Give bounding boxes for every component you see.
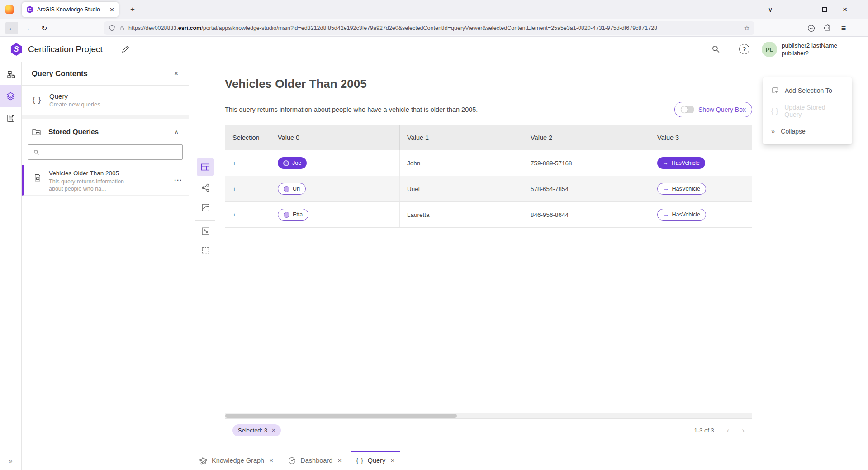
user-avatar[interactable]: PL <box>762 42 777 57</box>
new-tab-button[interactable]: + <box>127 4 138 15</box>
column-header-value0[interactable]: Value 0 <box>270 125 400 150</box>
arrow-right-icon: → <box>663 211 669 218</box>
entity-pill[interactable]: Uri <box>278 183 306 195</box>
panel-close-icon[interactable]: ✕ <box>174 70 179 77</box>
stored-query-item[interactable]: Vehicles Older Than 2005 This query retu… <box>22 165 189 196</box>
map-icon <box>201 203 210 212</box>
cell-value2: 759-889-57168 <box>523 150 650 176</box>
relationship-pill[interactable]: →HasVehicle <box>657 157 705 169</box>
data-model-button[interactable] <box>0 64 21 86</box>
extensions-puzzle-icon[interactable] <box>821 22 833 34</box>
reload-button[interactable]: ↻ <box>38 22 51 34</box>
contents-layers-button[interactable] <box>0 85 21 107</box>
table-row[interactable]: + − Joe John 759-889-57168 →HasVehicle <box>225 150 752 176</box>
lock-icon[interactable] <box>119 25 125 31</box>
add-to-selection-icon[interactable]: + <box>232 160 236 167</box>
tab-dashboard[interactable]: Dashboard ✕ <box>280 451 349 470</box>
stored-queries-header[interactable]: Stored Queries ∧ <box>22 122 189 141</box>
restore-button[interactable] <box>814 0 835 19</box>
remove-from-selection-icon[interactable]: − <box>242 211 246 218</box>
chevron-up-icon[interactable]: ∧ <box>174 129 179 135</box>
map-view-button[interactable] <box>197 199 214 216</box>
firefox-icon[interactable] <box>5 5 14 14</box>
tab-knowledge-graph[interactable]: Knowledge Graph ✕ <box>192 451 280 470</box>
menu-item-update-stored-query[interactable]: { } Update Stored Query <box>763 102 852 120</box>
help-button[interactable]: ? <box>739 44 749 54</box>
toggle-switch[interactable] <box>681 106 694 113</box>
next-page-icon[interactable]: › <box>742 426 745 435</box>
query-title: Vehicles Older Than 2005 <box>225 77 752 91</box>
browser-tab-title: ArcGIS Knowledge Studio <box>37 6 106 13</box>
add-selection-icon <box>771 86 779 94</box>
panel-header: Query Contents ✕ <box>22 62 189 86</box>
entity-pill[interactable]: Joe <box>278 157 307 169</box>
selected-count-chip[interactable]: Selected: 3 ✕ <box>232 424 281 436</box>
more-options-icon[interactable]: ··· <box>174 176 182 195</box>
url-prefix: https://dev0028833. <box>128 25 178 31</box>
column-header-value2[interactable]: Value 2 <box>523 125 650 150</box>
remove-from-selection-icon[interactable]: − <box>242 186 246 192</box>
menu-item-add-selection-to[interactable]: Add Selection To <box>763 82 852 100</box>
tab-query[interactable]: { } Query ✕ <box>349 451 402 470</box>
pocket-icon[interactable] <box>805 22 817 34</box>
relationship-pill[interactable]: →HasVehicle <box>657 183 706 195</box>
previous-page-icon[interactable]: ‹ <box>727 426 730 435</box>
column-header-selection[interactable]: Selection <box>225 125 270 150</box>
braces-icon: { } <box>356 457 363 464</box>
expand-rail-button[interactable]: » <box>0 457 21 465</box>
scrollbar-thumb[interactable] <box>225 414 457 418</box>
relationship-pill[interactable]: →HasVehicle <box>657 209 706 221</box>
menu-item-collapse[interactable]: » Collapse <box>763 122 852 140</box>
tab-label: Knowledge Graph <box>212 457 264 464</box>
table-row[interactable]: + − Uri Uriel 578-654-7854 →HasVehicle <box>225 176 752 202</box>
left-icon-rail: » <box>0 62 22 470</box>
entity-pill[interactable]: Etta <box>278 209 308 221</box>
table-footer: Selected: 3 ✕ 1-3 of 3 ‹ › <box>225 418 752 442</box>
stored-queries-search[interactable] <box>28 144 183 160</box>
table-row[interactable]: + − Etta Lauretta 846-956-8644 →HasVehic… <box>225 202 752 228</box>
browser-tab[interactable]: G ArcGIS Knowledge Studio ✕ <box>22 2 119 17</box>
remove-from-selection-icon[interactable]: − <box>242 160 246 167</box>
selection-tool-button[interactable] <box>197 242 214 259</box>
braces-icon: { } <box>771 107 778 115</box>
entity-dot-icon <box>283 160 289 166</box>
new-query-item[interactable]: { } Query Create new queries <box>22 86 189 114</box>
query-description: This query returns information about peo… <box>225 106 674 113</box>
close-tab-icon[interactable]: ✕ <box>337 458 342 464</box>
edit-title-button[interactable] <box>121 45 130 55</box>
search-button[interactable] <box>711 44 721 56</box>
restore-icon <box>822 7 827 12</box>
bookmark-star-icon[interactable]: ☆ <box>744 24 750 32</box>
add-to-selection-icon[interactable]: + <box>232 211 236 218</box>
menu-hamburger-icon[interactable]: ≡ <box>838 22 849 34</box>
minimize-button[interactable]: – <box>794 0 815 19</box>
cell-value2: 578-654-7854 <box>523 176 650 201</box>
tab-close-icon[interactable]: ✕ <box>109 6 114 13</box>
link-analysis-button[interactable] <box>197 179 214 196</box>
save-button[interactable] <box>0 107 21 129</box>
cell-value1: Uriel <box>400 176 523 201</box>
toggle-knob <box>681 106 688 113</box>
cell-value1: Lauretta <box>400 202 523 227</box>
add-to-selection-icon[interactable]: + <box>232 186 236 192</box>
show-query-box-toggle[interactable]: Show Query Box <box>674 102 752 117</box>
close-tab-icon[interactable]: ✕ <box>269 458 273 464</box>
user-info[interactable]: publisher2 lastName publisher2 <box>782 42 837 57</box>
arrow-right-icon: → <box>663 186 669 192</box>
back-button[interactable]: ← <box>5 22 18 34</box>
table-view-button[interactable] <box>197 158 214 176</box>
horizontal-scrollbar[interactable] <box>225 413 752 418</box>
add-to-link-chart-button[interactable] <box>197 222 214 240</box>
url-bar[interactable]: https://dev0028833.esri.com/portal/apps/… <box>104 21 754 35</box>
column-header-value3[interactable]: Value 3 <box>650 125 753 150</box>
clear-selection-icon[interactable]: ✕ <box>271 427 275 433</box>
close-tab-icon[interactable]: ✕ <box>390 458 394 464</box>
forward-button[interactable]: → <box>21 22 33 34</box>
tracking-shield-icon[interactable] <box>109 25 115 32</box>
stored-queries-search-input[interactable] <box>43 149 178 156</box>
list-tabs-icon[interactable]: ∨ <box>760 0 781 19</box>
window-close-button[interactable]: ✕ <box>835 0 855 19</box>
browser-nav-bar: ← → ↻ https://dev0028833.esri.com/portal… <box>0 19 868 37</box>
column-header-value1[interactable]: Value 1 <box>400 125 523 150</box>
save-icon <box>6 114 15 123</box>
